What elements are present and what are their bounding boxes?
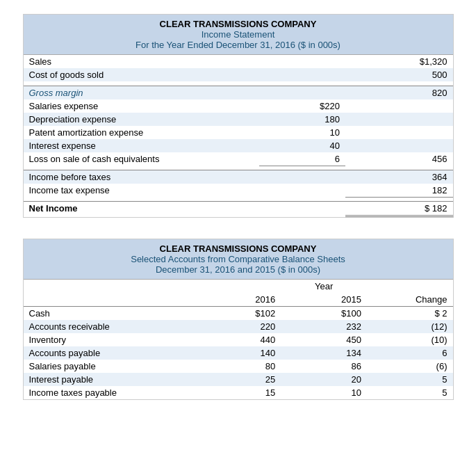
balance-sheet: CLEAR TRANSMISSIONS COMPANY Selected Acc…	[23, 239, 454, 400]
income-row: Net Income $ 182	[24, 201, 453, 216]
balance-change: 5	[367, 373, 453, 386]
col-2015-header: 2015	[281, 293, 367, 307]
bs-title: Selected Accounts from Comparative Balan…	[31, 254, 446, 264]
col-label-empty	[24, 293, 195, 307]
balance-row: Cash $102 $100 $ 2	[24, 306, 453, 320]
income-right: 182	[345, 184, 453, 198]
balance-row: Interest payable 25 20 5	[24, 373, 453, 386]
col-change-header: Change	[367, 293, 453, 307]
balance-row: Inventory 440 450 (10)	[24, 333, 453, 346]
balance-2015: 450	[281, 333, 367, 346]
income-right: 364	[345, 170, 453, 184]
income-row: Patent amortization expense 10	[24, 126, 453, 139]
income-label: Sales	[24, 55, 260, 68]
income-right	[345, 113, 453, 126]
balance-2016: 15	[195, 386, 281, 399]
income-mid	[259, 201, 345, 216]
income-right: $1,320	[345, 55, 453, 68]
income-right	[345, 139, 453, 152]
balance-2016: 80	[195, 360, 281, 373]
balance-2016: 440	[195, 333, 281, 346]
balance-change: 5	[367, 386, 453, 399]
income-row: Interest expense 40	[24, 139, 453, 152]
income-mid	[259, 86, 345, 99]
income-row: Sales $1,320	[24, 55, 453, 68]
balance-2015: 134	[281, 346, 367, 360]
bs-company-name: CLEAR TRANSMISSIONS COMPANY	[31, 243, 446, 254]
income-row: Income before taxes 364	[24, 170, 453, 184]
balance-change: $ 2	[367, 306, 453, 320]
bs-period: December 31, 2016 and 2015 ($ in 000s)	[31, 264, 446, 275]
income-label: Cost of goods sold	[24, 68, 260, 81]
year-label: Year	[195, 280, 453, 293]
balance-label: Cash	[24, 306, 195, 320]
balance-label: Salaries payable	[24, 360, 195, 373]
income-label: Depreciation expense	[24, 113, 260, 126]
income-row: Income tax expense 182	[24, 184, 453, 198]
income-right	[345, 126, 453, 139]
income-label: Patent amortization expense	[24, 126, 260, 139]
balance-row: Accounts payable 140 134 6	[24, 346, 453, 360]
income-mid: 10	[259, 126, 345, 139]
statement-period: For the Year Ended December 31, 2016 ($ …	[31, 40, 446, 50]
income-mid: $220	[259, 99, 345, 113]
balance-change: (10)	[367, 333, 453, 346]
balance-row: Salaries payable 80 86 (6)	[24, 360, 453, 373]
income-right: 820	[345, 86, 453, 99]
balance-2015: 20	[281, 373, 367, 386]
balance-2015: $100	[281, 306, 367, 320]
company-name: CLEAR TRANSMISSIONS COMPANY	[31, 19, 446, 29]
income-label: Salaries expense	[24, 99, 260, 113]
col-2016-header: 2016	[195, 293, 281, 307]
balance-change: (6)	[367, 360, 453, 373]
balance-2015: 232	[281, 320, 367, 333]
balance-table: Year 2016 2015 Change Cash $102 $100 $ 2…	[24, 280, 453, 399]
income-mid	[259, 170, 345, 184]
income-right: 500	[345, 68, 453, 81]
balance-2016: $102	[195, 306, 281, 320]
income-table: Sales $1,320 Cost of goods sold 500 Gros…	[24, 55, 453, 217]
income-row: Depreciation expense 180	[24, 113, 453, 126]
income-row: Gross margin 820	[24, 86, 453, 99]
statement-title: Income Statement	[31, 29, 446, 40]
income-mid	[259, 184, 345, 198]
balance-row: Income taxes payable 15 10 5	[24, 386, 453, 399]
balance-2016: 220	[195, 320, 281, 333]
income-mid: 40	[259, 139, 345, 152]
balance-label: Inventory	[24, 333, 195, 346]
balance-label: Accounts payable	[24, 346, 195, 360]
balance-label: Interest payable	[24, 373, 195, 386]
income-mid: 180	[259, 113, 345, 126]
income-label: Gross margin	[24, 86, 260, 99]
income-right: 456	[345, 152, 453, 166]
income-mid	[259, 55, 345, 68]
income-label: Interest expense	[24, 139, 260, 152]
income-label: Income tax expense	[24, 184, 260, 198]
income-right: $ 182	[345, 201, 453, 216]
income-row: Salaries expense $220	[24, 99, 453, 113]
year-label-empty	[24, 280, 195, 293]
balance-sheet-header: CLEAR TRANSMISSIONS COMPANY Selected Acc…	[24, 239, 453, 280]
column-header-row: 2016 2015 Change	[24, 293, 453, 307]
income-label: Net Income	[24, 201, 260, 216]
balance-change: (12)	[367, 320, 453, 333]
income-label: Income before taxes	[24, 170, 260, 184]
income-statement: CLEAR TRANSMISSIONS COMPANY Income State…	[23, 14, 454, 218]
income-row: Cost of goods sold 500	[24, 68, 453, 81]
balance-2015: 86	[281, 360, 367, 373]
income-label: Loss on sale of cash equivalents	[24, 152, 260, 166]
income-mid: 6	[259, 152, 345, 166]
balance-label: Accounts receivable	[24, 320, 195, 333]
income-mid	[259, 68, 345, 81]
balance-row: Accounts receivable 220 232 (12)	[24, 320, 453, 333]
balance-change: 6	[367, 346, 453, 360]
balance-2015: 10	[281, 386, 367, 399]
balance-2016: 140	[195, 346, 281, 360]
balance-label: Income taxes payable	[24, 386, 195, 399]
year-header-row: Year	[24, 280, 453, 293]
income-statement-header: CLEAR TRANSMISSIONS COMPANY Income State…	[24, 15, 453, 55]
income-right	[345, 99, 453, 113]
balance-2016: 25	[195, 373, 281, 386]
income-row: Loss on sale of cash equivalents 6 456	[24, 152, 453, 166]
